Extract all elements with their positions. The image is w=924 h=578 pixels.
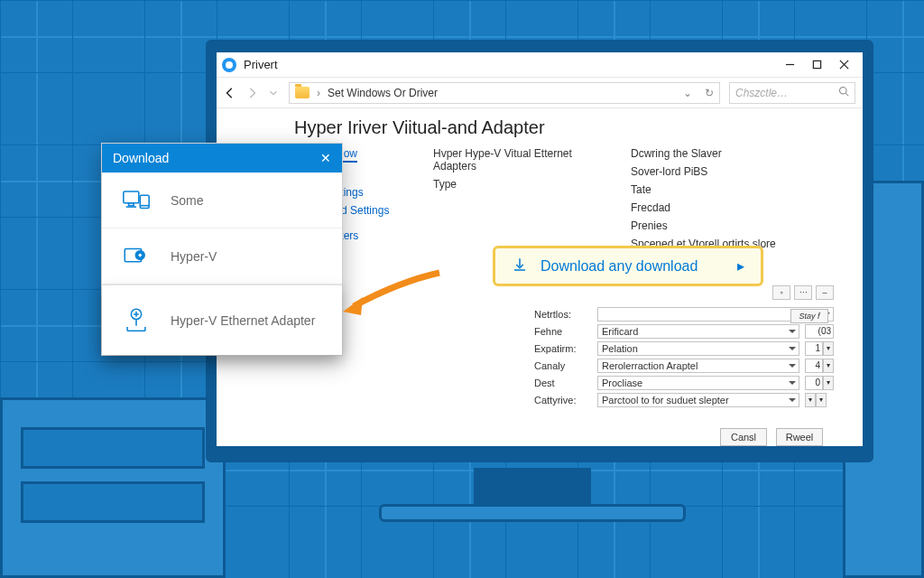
svg-line-5 <box>845 93 848 96</box>
tiny-toolbar: ▫ ⋯ – <box>772 285 834 300</box>
nav-back-button[interactable] <box>224 87 236 99</box>
popup-item-label: Hyper-V Ethernet Adapter <box>171 313 315 328</box>
search-placeholder: Chszctle… <box>735 87 788 99</box>
related-item: Tate <box>631 183 793 196</box>
form-row: Expatirm: Pelation 1▾ <box>534 340 834 357</box>
form-select[interactable]: Procliase <box>597 376 799 390</box>
form-spin[interactable]: 0▾ <box>805 376 834 390</box>
svg-rect-7 <box>129 202 134 205</box>
minimize-button[interactable] <box>776 55 803 75</box>
adapter-desc-line: Type <box>433 178 609 191</box>
breadcrumb: Set Windows Or Driver <box>328 87 438 99</box>
popup-item-hyperv[interactable]: Hyper-V <box>102 228 342 284</box>
form-select[interactable]: Rerolerraction Araptel <box>597 359 799 373</box>
form-select[interactable]: Pelation <box>597 341 799 356</box>
network-adapter-icon <box>118 305 154 336</box>
form-select[interactable]: Erificard <box>597 324 799 339</box>
nav-recent-button[interactable] <box>267 87 280 99</box>
devices-icon <box>118 185 154 216</box>
popup-item-ethernet-adapter[interactable]: Hyper-V Ethernet Adapter <box>102 284 342 355</box>
monitor-base <box>379 504 686 522</box>
related-item: Dcwring the Slaver <box>631 147 793 160</box>
download-label: Download any download <box>541 258 698 275</box>
popup-close-icon[interactable]: ✕ <box>320 151 331 165</box>
toolbar: › Set Windows Or Driver ⌄ ↻ Chszctle… <box>217 78 863 108</box>
chevron-right-icon: › <box>317 87 320 99</box>
tiny-button-a[interactable]: ▫ <box>772 285 790 300</box>
svg-rect-1 <box>813 61 820 68</box>
popup-item-label: Some <box>171 193 204 208</box>
related-item: Sover-lord PiBS <box>631 165 793 178</box>
maximize-button[interactable] <box>803 55 830 75</box>
svg-point-4 <box>840 88 847 95</box>
form-row: Fehne Erificard (03 <box>534 322 834 340</box>
page-title: Hyper Iriver Viitual-and Adapter <box>294 117 841 138</box>
form-row: Dest Procliase 0▾ <box>534 374 834 391</box>
form-spin[interactable]: 4▾ <box>805 359 834 373</box>
form-row: Canaly Rerolerraction Araptel 4▾ <box>534 357 834 374</box>
related-item: Frecdad <box>631 201 793 214</box>
related-list: Dcwring the Slaver Sover-lord PiBS Tate … <box>631 147 793 250</box>
dropdown-caret-icon[interactable]: ⌄ <box>683 87 692 99</box>
refresh-icon[interactable]: ↻ <box>705 87 714 99</box>
form-label: Canaly <box>534 360 592 371</box>
download-icon <box>512 256 528 276</box>
search-icon <box>838 86 849 99</box>
form-label: Fehne <box>534 326 592 337</box>
close-button[interactable] <box>830 55 857 75</box>
vm-icon <box>118 241 154 272</box>
tiny-button-b[interactable]: ⋯ <box>794 285 812 300</box>
popup-item-label: Hyper-V <box>171 249 217 264</box>
download-popup: Download ✕ Some Hyper-V Hyper-V <box>101 143 343 356</box>
description-block: Hvper Hype-V Vitual Etternet Adapters Ty… <box>433 147 609 250</box>
titlebar[interactable]: Privert <box>217 52 863 78</box>
adapter-desc-line: Hvper Hype-V Vitual Etternet Adapters <box>433 147 609 172</box>
form-row: Cattyrive: Parctool to for suduet slepte… <box>534 391 834 408</box>
address-bar[interactable]: › Set Windows Or Driver ⌄ ↻ <box>289 82 720 104</box>
bg-drawers <box>0 397 226 578</box>
properties-form: Netrtlos: Fehne Erificard (03 Expatirm: … <box>534 305 834 408</box>
form-select[interactable]: Parctool to for suduet slepter <box>597 393 799 407</box>
popup-titlebar[interactable]: Download ✕ <box>102 144 342 172</box>
cancel-button[interactable]: Cansl <box>720 428 767 446</box>
popup-item-some[interactable]: Some <box>102 172 342 228</box>
related-item: Prenies <box>631 219 793 232</box>
form-label: Expatirm: <box>534 343 592 354</box>
reset-button[interactable]: Rweel <box>776 428 823 446</box>
folder-icon <box>295 87 310 98</box>
app-icon <box>222 58 236 72</box>
window-title: Privert <box>244 58 776 71</box>
form-label: Netrtlos: <box>534 309 592 320</box>
form-row: Netrtlos: <box>534 305 834 322</box>
stay-button[interactable]: Stay f <box>790 309 828 323</box>
form-spin[interactable]: 1▾ <box>805 341 834 356</box>
form-label: Cattyrive: <box>534 395 592 406</box>
dialog-buttons: Cansl Rweel <box>720 428 823 446</box>
form-spin[interactable]: (03 <box>805 324 834 339</box>
search-input[interactable]: Chszctle… <box>729 82 855 104</box>
form-label: Dest <box>534 378 592 388</box>
tiny-button-c[interactable]: – <box>816 285 834 300</box>
svg-rect-6 <box>124 191 139 203</box>
popup-title: Download <box>113 151 169 165</box>
nav-forward-button[interactable] <box>245 87 258 99</box>
play-icon: ▸ <box>737 257 744 275</box>
annotation-arrow <box>336 268 444 322</box>
download-callout-button[interactable]: Download any download ▸ <box>493 246 763 286</box>
form-spin[interactable]: ▾▾ <box>805 393 834 407</box>
